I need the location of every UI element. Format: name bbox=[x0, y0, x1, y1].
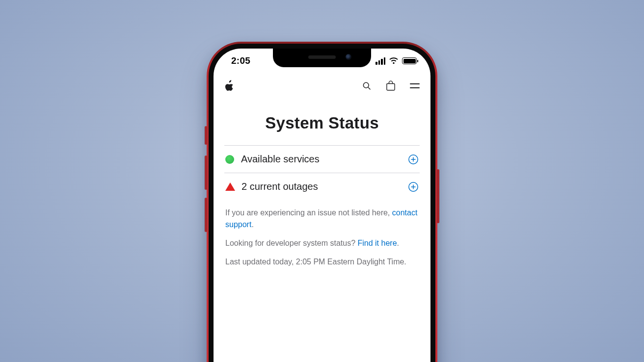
phone-frame: 2:05 bbox=[207, 42, 437, 362]
last-updated: Last updated today, 2:05 PM Eastern Dayl… bbox=[225, 256, 419, 268]
shopping-bag-icon[interactable] bbox=[386, 80, 395, 91]
phone-screen: 2:05 bbox=[214, 49, 430, 362]
status-indicators bbox=[376, 57, 417, 65]
row-available-services[interactable]: Available services bbox=[224, 145, 420, 173]
volume-up-button bbox=[205, 155, 207, 190]
text: Looking for developer system status? bbox=[225, 239, 357, 247]
svg-point-0 bbox=[363, 82, 369, 88]
menu-icon[interactable] bbox=[410, 83, 420, 88]
text: . bbox=[397, 239, 399, 247]
battery-icon bbox=[402, 57, 417, 64]
page-title: System Status bbox=[224, 114, 420, 145]
apple-logo-icon[interactable] bbox=[224, 80, 234, 91]
row-label: Available services bbox=[241, 154, 401, 165]
display-notch bbox=[273, 49, 371, 67]
expand-icon[interactable] bbox=[408, 181, 419, 192]
search-icon[interactable] bbox=[362, 81, 372, 91]
cellular-signal-icon bbox=[376, 57, 385, 65]
wifi-icon bbox=[389, 57, 399, 64]
text: . bbox=[251, 220, 253, 229]
footnotes: If you are experiencing an issue not lis… bbox=[224, 200, 420, 268]
earpiece-speaker bbox=[308, 55, 336, 59]
status-time: 2:05 bbox=[231, 55, 250, 66]
svg-line-1 bbox=[368, 87, 371, 89]
site-nav bbox=[214, 73, 430, 100]
support-note: If you are experiencing an issue not lis… bbox=[225, 207, 419, 231]
row-label: 2 current outages bbox=[242, 181, 401, 192]
status-outage-icon bbox=[225, 182, 235, 191]
front-camera bbox=[346, 54, 351, 60]
volume-down-button bbox=[205, 198, 207, 232]
power-button bbox=[437, 169, 439, 223]
main-region: System Status Available services 2 curre… bbox=[214, 100, 430, 268]
row-current-outages[interactable]: 2 current outages bbox=[224, 173, 420, 200]
page-content: System Status Available services 2 curre… bbox=[214, 73, 430, 362]
status-available-icon bbox=[225, 155, 234, 164]
developer-status-link[interactable]: Find it here bbox=[357, 239, 397, 247]
expand-icon[interactable] bbox=[408, 154, 419, 165]
mute-switch bbox=[205, 126, 207, 145]
developer-note: Looking for developer system status? Fin… bbox=[225, 237, 419, 249]
text: If you are experiencing an issue not lis… bbox=[225, 208, 392, 217]
